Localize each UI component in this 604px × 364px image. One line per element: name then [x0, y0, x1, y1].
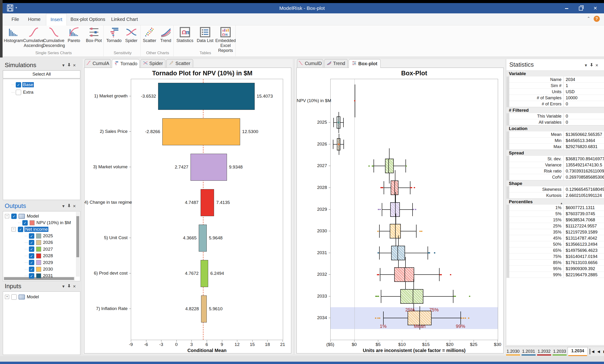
- expand-icon[interactable]: +: [5, 295, 9, 299]
- chart-tab-cumuld[interactable]: CumulD: [297, 59, 323, 67]
- boxplot-outlier: [465, 317, 466, 319]
- box-plot-button[interactable]: Box-Plot: [84, 26, 103, 43]
- chart-tab-cumula[interactable]: CumulA: [85, 59, 111, 67]
- nav-prev-button[interactable]: ◀: [596, 349, 601, 354]
- inputs-model-node[interactable]: +Model: [5, 294, 39, 300]
- inputs-panel-icons[interactable]: ▼ ✕: [62, 284, 76, 289]
- checkbox[interactable]: ✓: [29, 233, 34, 239]
- simulation-item-extra[interactable]: Extra: [12, 89, 33, 96]
- trend-button[interactable]: Trend: [158, 26, 173, 43]
- stats-row-gutter: [506, 254, 509, 260]
- boxplot-box[interactable]: [394, 267, 414, 282]
- tab-insert[interactable]: Insert: [46, 13, 67, 25]
- close-button[interactable]: ✕: [589, 3, 602, 13]
- histogram-button[interactable]: Histogram: [4, 26, 23, 43]
- checkbox[interactable]: ✓: [22, 220, 28, 226]
- checkbox[interactable]: ✓: [29, 260, 34, 265]
- statistics-button[interactable]: ΩπStatistics: [175, 26, 195, 43]
- tornado-button[interactable]: Tornado: [106, 26, 122, 43]
- checkbox[interactable]: [11, 294, 17, 300]
- simulation-tab-1.2032[interactable]: 1.2032: [537, 348, 552, 356]
- checkbox[interactable]: ✓: [29, 267, 34, 272]
- stats-row-value: USD: [566, 89, 575, 95]
- nav-first-button[interactable]: ◀: [590, 349, 596, 354]
- simulation-tab-1.2031[interactable]: 1.2031: [521, 348, 536, 356]
- outputs-panel-icons[interactable]: ▼ ✕: [62, 204, 76, 208]
- tornado-bar[interactable]: [158, 83, 254, 110]
- tab-linked-chart[interactable]: Linked Chart: [110, 13, 138, 25]
- chart-tab-box-plot[interactable]: Box-plot: [349, 59, 381, 68]
- simulation-tab-1.2030[interactable]: 1.2030: [505, 348, 521, 356]
- tornado-bar[interactable]: [201, 189, 214, 216]
- x-axis-tick-label: -9: [129, 342, 133, 347]
- cumulative-descending-icon: [298, 61, 303, 66]
- checkbox[interactable]: ✓: [16, 82, 21, 87]
- collapse-ribbon-icon[interactable]: ⌃: [587, 16, 590, 21]
- stats-row-value: 13554921474130.5: [566, 162, 602, 168]
- boxplot-box[interactable]: [385, 159, 394, 173]
- outputs-year-2031[interactable]: ✓2031: [25, 272, 53, 279]
- outputs-net-income-node[interactable]: −✓Net income: [12, 226, 48, 232]
- pin-icon: [590, 63, 593, 67]
- tornado-bar[interactable]: [190, 154, 227, 181]
- chart-tab-trend[interactable]: Trend: [324, 59, 348, 67]
- tab-box-plot-options[interactable]: Box-plot Options: [70, 13, 106, 25]
- outputs-vertical-scrollbar[interactable]: [76, 212, 80, 277]
- outputs-npv-node[interactable]: ✓NPV (10%) in $M: [18, 219, 71, 226]
- chart-tab-scatter[interactable]: Scatter: [166, 59, 193, 67]
- outputs-year-2030[interactable]: ✓2030: [25, 266, 53, 272]
- outputs-year-2028[interactable]: ✓2028: [25, 253, 53, 259]
- nav-next-button[interactable]: ▶: [602, 349, 604, 354]
- boxplot-mean-dot: [338, 143, 340, 145]
- chart-tab-spider[interactable]: Spider: [140, 59, 165, 67]
- cumulative-descending-button[interactable]: Cumulative Descending: [44, 26, 63, 48]
- outputs-year-2029[interactable]: ✓2029: [25, 259, 53, 266]
- outputs-model-node[interactable]: −✓Model: [5, 213, 39, 219]
- tornado-bar[interactable]: [201, 260, 208, 287]
- simulation-item-base[interactable]: ✓Base: [12, 81, 34, 88]
- help-icon[interactable]: ?: [594, 16, 600, 22]
- x-axis-tick-label: $5: [376, 342, 381, 347]
- stats-row: 50%$13566123.2494: [506, 241, 604, 247]
- boxplot-box[interactable]: [391, 246, 405, 260]
- data-list-button[interactable]: Data List: [195, 26, 215, 43]
- simulation-tab-1.2034[interactable]: 1.2034: [567, 347, 588, 356]
- checkbox[interactable]: ✓: [29, 273, 34, 279]
- tornado-bar[interactable]: [199, 225, 207, 252]
- stats-row-label: Name: [510, 76, 562, 83]
- collapse-icon[interactable]: −: [12, 227, 16, 231]
- outputs-year-2026[interactable]: ✓2026: [25, 239, 53, 246]
- stats-row: CofV0.269708585685306: [506, 174, 604, 180]
- boxplot-median-line: [395, 224, 396, 238]
- boxplot-plot-area[interactable]: 25%75%1%Mean99%: [330, 79, 498, 340]
- checkbox[interactable]: [16, 90, 21, 95]
- stats-column-divider: [563, 247, 564, 254]
- select-all-button[interactable]: Select All: [3, 70, 80, 78]
- scatter-button[interactable]: Scatter: [142, 26, 157, 43]
- tornado-plot-area[interactable]: -3.653215.4073-2.826612.53002.74279.9348…: [131, 79, 283, 340]
- checkbox[interactable]: ✓: [18, 227, 23, 232]
- outputs-year-2025[interactable]: ✓2025: [25, 232, 53, 239]
- cumulative-ascending-button[interactable]: Cumulative Ascending: [24, 26, 43, 48]
- tornado-bar[interactable]: [201, 295, 207, 322]
- collapse-icon[interactable]: −: [5, 214, 9, 218]
- minimize-button[interactable]: [560, 3, 573, 13]
- tab-home[interactable]: Home: [26, 13, 43, 25]
- checkbox[interactable]: ✓: [29, 240, 34, 245]
- checkbox[interactable]: ✓: [29, 253, 34, 259]
- embedded-excel-icon: Ωπ: [220, 26, 231, 38]
- outputs-year-2027[interactable]: ✓2027: [25, 246, 53, 253]
- embedded-excel-reports-button[interactable]: ΩπEmbedded Excel Reports: [216, 26, 235, 53]
- simulations-panel-icons[interactable]: ▼ ✕: [62, 63, 76, 68]
- tornado-bar[interactable]: [162, 118, 240, 145]
- simulation-tab-1.2033[interactable]: 1.2033: [552, 348, 567, 356]
- tab-file[interactable]: File: [8, 13, 23, 25]
- checkbox[interactable]: ✓: [11, 214, 17, 219]
- pareto-button[interactable]: Pareto: [64, 26, 83, 43]
- chart-tab-tornado[interactable]: Tornado: [112, 59, 139, 68]
- restore-button[interactable]: [574, 3, 587, 13]
- boxplot-box[interactable]: [400, 289, 423, 304]
- checkbox[interactable]: ✓: [29, 246, 34, 252]
- statistics-panel-icons[interactable]: ▼ ✕: [584, 63, 598, 68]
- spider-button[interactable]: Spider: [123, 26, 139, 43]
